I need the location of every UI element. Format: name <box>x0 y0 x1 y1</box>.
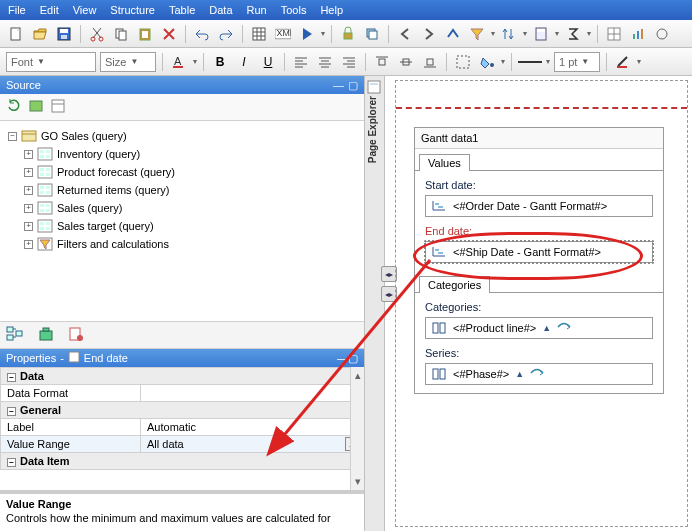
sort-icon[interactable] <box>499 24 519 44</box>
menu-data[interactable]: Data <box>209 4 232 16</box>
menu-run[interactable]: Run <box>247 4 267 16</box>
report-canvas[interactable]: Gantt data1 Values Start date: <#Order D… <box>395 80 688 527</box>
scrollbar[interactable]: ▴▾ <box>350 367 364 490</box>
collapse-icon[interactable]: − <box>7 373 16 382</box>
tab-other-icon[interactable] <box>68 326 84 344</box>
valign-bot-icon[interactable] <box>420 52 440 72</box>
expand-icon[interactable]: + <box>24 186 33 195</box>
refresh-icon[interactable] <box>6 98 22 116</box>
tree-item[interactable]: +Sales (query) <box>8 199 356 217</box>
collapse-icon[interactable]: − <box>8 132 17 141</box>
expand-icon[interactable]: + <box>24 204 33 213</box>
lock-icon[interactable] <box>338 24 358 44</box>
sort-asc-icon[interactable]: ▲ <box>515 369 524 379</box>
italic-icon[interactable]: I <box>234 52 254 72</box>
panel-min-icon[interactable]: — <box>333 79 344 92</box>
prop-value[interactable] <box>141 385 364 402</box>
prop-value[interactable]: All data… <box>141 436 364 453</box>
font-color-icon[interactable]: A <box>169 52 189 72</box>
collapse-icon[interactable]: − <box>7 407 16 416</box>
drill-arrow-icon[interactable] <box>530 368 544 380</box>
panel-rest-icon[interactable]: ▢ <box>348 352 358 364</box>
tree-item[interactable]: +Returned items (query) <box>8 181 356 199</box>
tree-item[interactable]: +Inventory (query) <box>8 145 356 163</box>
line-weight-combo[interactable]: 1 pt▼ <box>554 52 600 72</box>
menu-edit[interactable]: Edit <box>40 4 59 16</box>
filter-icon[interactable] <box>467 24 487 44</box>
save-icon[interactable] <box>54 24 74 44</box>
expand-icon[interactable]: + <box>24 168 33 177</box>
drill-arrow-icon[interactable] <box>557 322 571 334</box>
copy-icon[interactable] <box>111 24 131 44</box>
arrow-right-icon[interactable] <box>419 24 439 44</box>
run-icon[interactable] <box>297 24 317 44</box>
tree-item[interactable]: +Sales target (query) <box>8 217 356 235</box>
size-combo[interactable]: Size▼ <box>100 52 156 72</box>
underline-icon[interactable]: U <box>258 52 278 72</box>
series-slot[interactable]: <#Phase#> ▲ <box>425 363 653 385</box>
arrow-up-icon[interactable] <box>443 24 463 44</box>
valign-top-icon[interactable] <box>372 52 392 72</box>
font-combo[interactable]: Font▼ <box>6 52 96 72</box>
table-icon[interactable] <box>249 24 269 44</box>
menu-tools[interactable]: Tools <box>281 4 307 16</box>
prop-row-selected[interactable]: Value RangeAll data… <box>1 436 364 453</box>
border-icon[interactable] <box>453 52 473 72</box>
expand-icon[interactable]: + <box>24 150 33 159</box>
open-icon[interactable] <box>30 24 50 44</box>
expand-icon[interactable]: + <box>24 222 33 231</box>
delete-icon[interactable] <box>159 24 179 44</box>
align-center-icon[interactable] <box>315 52 335 72</box>
tab-values[interactable]: Values <box>419 154 470 171</box>
menu-help[interactable]: Help <box>320 4 343 16</box>
align-left-icon[interactable] <box>291 52 311 72</box>
gantt-data-container[interactable]: Gantt data1 Values Start date: <#Order D… <box>414 127 664 394</box>
prop-value[interactable]: Automatic <box>141 419 364 436</box>
chart-icon[interactable] <box>628 24 648 44</box>
align-right-icon[interactable] <box>339 52 359 72</box>
menu-table[interactable]: Table <box>169 4 195 16</box>
fill-icon[interactable] <box>477 52 497 72</box>
undo-icon[interactable] <box>192 24 212 44</box>
package-icon[interactable] <box>28 98 44 116</box>
panel-min-icon[interactable]: — <box>337 352 348 364</box>
end-date-slot[interactable]: <#Ship Date - Gantt Format#> <box>425 241 653 263</box>
start-date-slot[interactable]: <#Order Date - Gantt Format#> <box>425 195 653 217</box>
menu-structure[interactable]: Structure <box>110 4 155 16</box>
sigma-icon[interactable] <box>563 24 583 44</box>
prop-row[interactable]: LabelAutomatic <box>1 419 364 436</box>
panel-rest-icon[interactable]: ▢ <box>348 79 358 92</box>
valign-mid-icon[interactable] <box>396 52 416 72</box>
line-color-icon[interactable] <box>613 52 633 72</box>
prop-row[interactable]: Data Format <box>1 385 364 402</box>
paste-icon[interactable] <box>135 24 155 44</box>
cut-icon[interactable] <box>87 24 107 44</box>
new-icon[interactable] <box>6 24 26 44</box>
grid-icon[interactable] <box>604 24 624 44</box>
collapse-icon[interactable]: − <box>7 458 16 467</box>
properties-grid[interactable]: −Data Data Format −General LabelAutomati… <box>0 367 364 491</box>
calc-icon[interactable] <box>531 24 551 44</box>
svg-rect-60 <box>7 327 13 332</box>
tab-categories[interactable]: Categories <box>419 276 490 293</box>
view-icon[interactable] <box>50 98 66 116</box>
expand-icon[interactable]: + <box>24 240 33 249</box>
menu-file[interactable]: File <box>8 4 26 16</box>
source-tree[interactable]: − GO Sales (query) +Inventory (query) +P… <box>0 121 364 321</box>
tree-item[interactable]: +Product forecast (query) <box>8 163 356 181</box>
tree-root[interactable]: − GO Sales (query) <box>8 127 356 145</box>
xml-icon[interactable]: XML <box>273 24 293 44</box>
sort-asc-icon[interactable]: ▲ <box>542 323 551 333</box>
page-explorer-tab[interactable]: Page Explorer <box>365 76 385 531</box>
tool-icon[interactable] <box>652 24 672 44</box>
bold-icon[interactable]: B <box>210 52 230 72</box>
svg-rect-47 <box>40 191 44 194</box>
layers-icon[interactable] <box>362 24 382 44</box>
tree-item[interactable]: +Filters and calculations <box>8 235 356 253</box>
arrow-left-icon[interactable] <box>395 24 415 44</box>
categories-slot[interactable]: <#Product line#> ▲ <box>425 317 653 339</box>
redo-icon[interactable] <box>216 24 236 44</box>
tab-data-items-icon[interactable] <box>6 326 24 344</box>
menu-view[interactable]: View <box>73 4 97 16</box>
tab-toolbox-icon[interactable] <box>38 326 54 344</box>
